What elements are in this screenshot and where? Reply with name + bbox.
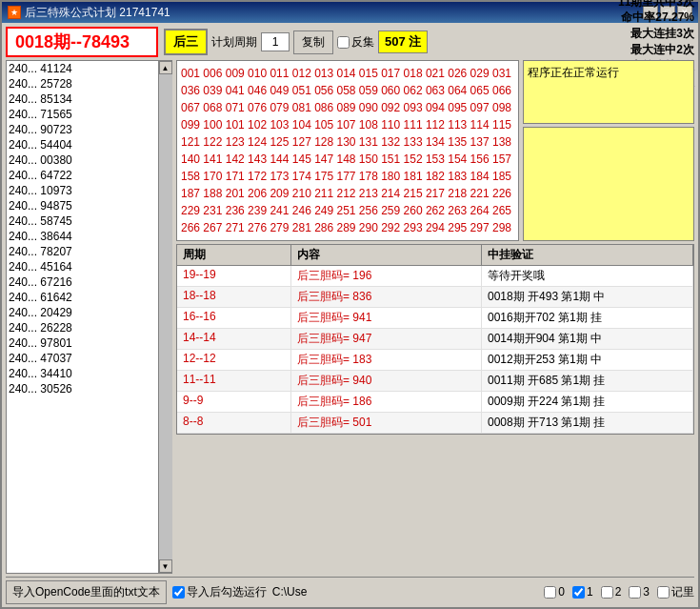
list-item[interactable]: 240... 85134 (7, 91, 158, 107)
titlebar: ★ 后三特殊公式计划 21741741 — □ ✕ (2, 2, 698, 23)
import-check-label: 导入后勾选运行 (187, 584, 267, 600)
list-item[interactable]: 240... 20429 (7, 305, 158, 320)
td-verify: 0008期 开713 第1期 挂 (482, 413, 693, 433)
table-row[interactable]: 19--19 后三胆码= 196 等待开奖哦 (177, 266, 693, 287)
fanjie-label: 反集 (351, 34, 374, 51)
td-content: 后三胆码= 196 (291, 266, 482, 286)
td-verify: 等待开奖哦 (482, 266, 693, 286)
td-period: 9--9 (177, 392, 291, 412)
data-table: 周期 内容 中挂验证 19--19 后三胆码= 196 等待开奖哦 18--18… (176, 244, 694, 435)
check0[interactable] (544, 586, 556, 599)
check-jiyie-label[interactable]: 记里 (657, 584, 694, 600)
list-item[interactable]: 240... 25728 (7, 76, 158, 91)
table-row[interactable]: 14--14 后三胆码= 947 0014期开904 第1期 中 (177, 329, 693, 350)
check3[interactable] (629, 586, 641, 599)
app-icon: ★ (8, 6, 21, 19)
period-label: 0018期--78493 (6, 27, 158, 57)
td-content: 后三胆码= 836 (291, 287, 482, 307)
fanjie-checkbox-label[interactable]: 反集 (337, 34, 374, 51)
list-item[interactable]: 240... 45164 (7, 259, 158, 274)
td-verify: 0012期开253 第1期 中 (482, 350, 693, 370)
list-item[interactable]: 240... 26228 (7, 320, 158, 335)
list-item[interactable]: 240... 78207 (7, 244, 158, 259)
fuzhi-button[interactable]: 复制 (293, 30, 333, 54)
td-period: 16--16 (177, 308, 291, 328)
table-row[interactable]: 12--12 后三胆码= 183 0012期开253 第1期 中 (177, 350, 693, 371)
th-content: 内容 (291, 245, 482, 265)
td-content: 后三胆码= 183 (291, 350, 482, 370)
list-item[interactable]: 240... 94875 (7, 198, 158, 213)
jihua-input[interactable] (261, 32, 290, 51)
td-content: 后三胆码= 947 (291, 329, 482, 349)
table-header: 周期 内容 中挂验证 (177, 245, 693, 266)
check2[interactable] (601, 586, 613, 599)
table-row[interactable]: 16--16 后三胆码= 941 0016期开702 第1期 挂 (177, 308, 693, 329)
check0-label[interactable]: 0 (544, 585, 565, 599)
td-content: 后三胆码= 941 (291, 308, 482, 328)
left-panel-wrapper: 240... 41124240... 25728240... 85134240.… (6, 60, 172, 574)
vertical-scrollbar[interactable]: ▲ ▼ (158, 61, 171, 573)
table-row[interactable]: 11--11 后三胆码= 940 0011期 开685 第1期 挂 (177, 371, 693, 392)
jihua-label: 计划周期 (211, 34, 257, 51)
list-item[interactable]: 240... 90723 (7, 122, 158, 137)
td-period: 18--18 (177, 287, 291, 307)
list-item[interactable]: 240... 47037 (7, 351, 158, 366)
td-verify: 0018期 开493 第1期 中 (482, 287, 693, 307)
extra-status-box (523, 127, 694, 241)
list-item[interactable]: 240... 41124 (7, 61, 158, 76)
check3-label[interactable]: 3 (629, 585, 650, 599)
list-item[interactable]: 240... 71565 (7, 107, 158, 122)
import-checkbox[interactable] (172, 586, 185, 599)
list-item[interactable]: 240... 10973 (7, 183, 158, 198)
check-group: 0 1 2 3 记里 (544, 584, 694, 600)
check2-label[interactable]: 2 (601, 585, 622, 599)
status-text: 程序正在正常运行 (528, 65, 619, 81)
stats-line2: 命中率27.27% (618, 10, 694, 26)
list-item[interactable]: 240... 00380 (7, 152, 158, 168)
td-verify: 0016期开702 第1期 挂 (482, 308, 693, 328)
list-item[interactable]: 240... 58745 (7, 213, 158, 229)
top-row: 0018期--78493 后三 计划周期 复制 反集 507 注 11期里共中3… (6, 27, 694, 57)
td-period: 14--14 (177, 329, 291, 349)
import-checkbox-label[interactable]: 导入后勾选运行 (172, 584, 267, 600)
window-title: 后三特殊公式计划 21741741 (25, 5, 170, 21)
list-item[interactable]: 240... 64722 (7, 168, 158, 183)
list-item[interactable]: 240... 97801 (7, 335, 158, 351)
td-period: 19--19 (177, 266, 291, 286)
list-item[interactable]: 240... 54404 (7, 137, 158, 152)
check1[interactable] (572, 586, 585, 599)
table-row[interactable]: 9--9 后三胆码= 186 0009期 开224 第1期 挂 (177, 392, 693, 413)
check1-label[interactable]: 1 (572, 585, 593, 599)
toolbar: 后三 计划周期 复制 反集 507 注 (164, 29, 428, 55)
scroll-up-button[interactable]: ▲ (159, 61, 172, 74)
td-period: 11--11 (177, 371, 291, 391)
td-period: 12--12 (177, 350, 291, 370)
table-row[interactable]: 18--18 后三胆码= 836 0018期 开493 第1期 中 (177, 287, 693, 308)
hou3-button[interactable]: 后三 (164, 29, 208, 55)
list-item[interactable]: 240... 38644 (7, 229, 158, 244)
td-verify: 0009期 开224 第1期 挂 (482, 392, 693, 412)
zhu-badge: 507 注 (378, 30, 428, 53)
stats-line1: 11期里共中3次 (618, 0, 694, 10)
bottom-bar: 导入OpenCode里面的txt文本 导入后勾选运行 C:\Use 0 1 2 (6, 577, 694, 603)
list-item[interactable]: 240... 30526 (7, 381, 158, 396)
main-area: 240... 41124240... 25728240... 85134240.… (6, 60, 694, 574)
main-window: ★ 后三特殊公式计划 21741741 — □ ✕ 0018期--78493 后… (0, 0, 700, 609)
table-row[interactable]: 8--8 后三胆码= 501 0008期 开713 第1期 挂 (177, 413, 693, 434)
td-content: 后三胆码= 940 (291, 371, 482, 391)
td-verify: 0014期开904 第1期 中 (482, 329, 693, 349)
list-item[interactable]: 240... 67216 (7, 274, 158, 290)
scroll-down-button[interactable]: ▼ (159, 559, 172, 573)
import-button[interactable]: 导入OpenCode里面的txt文本 (6, 580, 167, 604)
check-jiyie[interactable] (657, 586, 670, 599)
status-box: 程序正在正常运行 (523, 60, 694, 124)
scroll-track[interactable] (159, 74, 172, 559)
th-verify: 中挂验证 (482, 245, 693, 265)
stats-line4: 最大连中2次 (618, 42, 694, 58)
td-period: 8--8 (177, 413, 291, 433)
list-item[interactable]: 240... 61642 (7, 290, 158, 305)
list-item[interactable]: 240... 34410 (7, 366, 158, 381)
table-body: 19--19 后三胆码= 196 等待开奖哦 18--18 后三胆码= 836 … (177, 266, 693, 434)
left-list[interactable]: 240... 41124240... 25728240... 85134240.… (7, 61, 158, 573)
fanjie-checkbox[interactable] (337, 36, 350, 49)
